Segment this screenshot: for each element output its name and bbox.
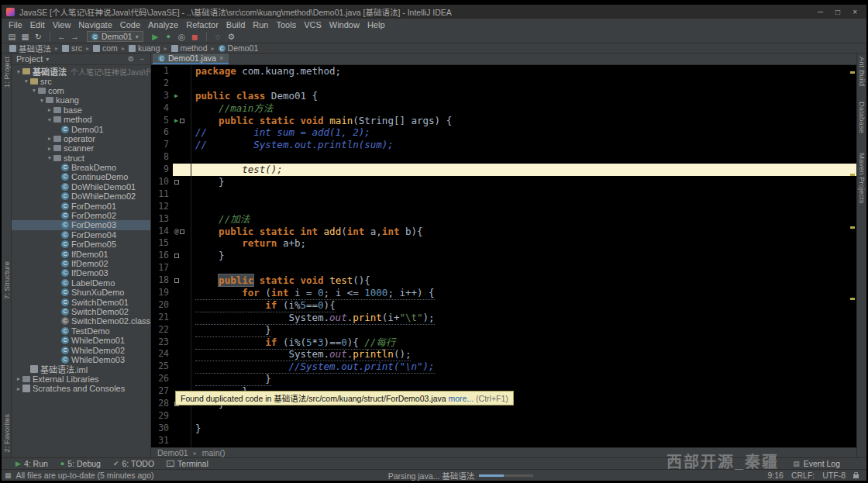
chevron-right-icon[interactable]: ▸ <box>15 375 22 382</box>
code-line-16[interactable]: 16 } <box>151 250 856 262</box>
code-line-19[interactable]: 19 for (int i = 0; i <= 1000; i++) { <box>151 287 856 299</box>
menu-item-analyze[interactable]: Analyze <box>144 20 182 29</box>
fold-marker-icon[interactable] <box>180 229 184 234</box>
forward-icon[interactable]: → <box>69 31 81 43</box>
error-stripe-mark[interactable] <box>850 71 855 74</box>
open-project-icon[interactable]: ▤ <box>6 31 18 43</box>
code-line-9[interactable]: 9 test(); <box>151 164 856 176</box>
tool-stripe-button-mavenprojects[interactable]: Maven Projects <box>858 153 866 203</box>
toolwindow-button-debug[interactable]: ●5: Debug <box>60 459 101 468</box>
tree-item-External Libraries[interactable]: ▸External Libraries <box>12 374 150 384</box>
sync-icon[interactable]: ↻ <box>33 31 44 43</box>
tree-item-kuang[interactable]: ▾kuang <box>12 95 150 105</box>
breadcrumb-item-method[interactable]: method <box>171 43 208 53</box>
fold-marker-icon[interactable] <box>174 254 179 258</box>
chevron-right-icon[interactable]: ▸ <box>15 385 22 392</box>
tree-item-src[interactable]: ▾src <box>12 76 150 85</box>
menu-item-refactor[interactable]: Refactor <box>182 20 222 29</box>
project-panel-title[interactable]: Project <box>16 54 43 64</box>
code-line-25[interactable]: 25 //System.out.print("\n"); <box>151 361 856 373</box>
code-line-29[interactable]: 29 <box>151 410 856 423</box>
menu-item-view[interactable]: View <box>49 20 75 29</box>
code-line-15[interactable]: 15 return a+b; <box>151 237 856 250</box>
back-icon[interactable]: ← <box>56 31 67 43</box>
menu-item-vcs[interactable]: VCS <box>300 20 326 29</box>
menu-item-navigate[interactable]: Navigate <box>74 20 115 29</box>
chevron-down-icon[interactable]: ▾ <box>46 154 53 161</box>
chevron-right-icon[interactable]: ▸ <box>46 145 53 152</box>
run-configuration-select[interactable]: C Demo01 ▾ <box>87 31 143 42</box>
event-log-button[interactable]: ▤ Event Log <box>793 459 866 468</box>
code-line-21[interactable]: 21 System.out.print(i+"\t"); <box>151 312 856 324</box>
tree-item-IfDemo03[interactable]: CIfDemo03 <box>12 268 150 278</box>
menu-item-build[interactable]: Build <box>222 20 249 29</box>
lock-icon[interactable] <box>853 474 859 478</box>
tab-demo01-java[interactable]: C Demo01.java × <box>153 53 229 64</box>
code-line-14[interactable]: 14@ public static int add(int a,int b){ <box>151 226 856 238</box>
code-line-2[interactable]: 2 <box>151 78 856 90</box>
settings-icon[interactable]: ⚙ <box>226 31 237 43</box>
chevron-down-icon[interactable]: ▾ <box>30 87 38 94</box>
menu-item-edit[interactable]: Edit <box>26 20 49 29</box>
code-line-24[interactable]: 24 System.out.println(); <box>151 348 856 361</box>
tree-item-WhileDemo02[interactable]: CWhileDemo02 <box>12 345 150 354</box>
encoding-indicator[interactable]: UTF-8 <box>822 471 846 480</box>
tree-item-TestDemo[interactable]: CTestDemo <box>12 326 150 336</box>
error-stripe-mark[interactable] <box>850 226 855 229</box>
breadcrumb-item-基础语法[interactable]: 基础语法 <box>9 43 51 54</box>
tree-item-ShunXuDemo[interactable]: CShunXuDemo <box>12 288 150 297</box>
code-line-18[interactable]: 18 public static void test(){ <box>151 274 856 287</box>
close-button[interactable]: × <box>852 8 857 16</box>
tool-stripe-button-favorites[interactable]: 2: Favorites <box>2 414 11 453</box>
breadcrumb-item-Demo01[interactable]: CDemo01 <box>219 43 259 53</box>
fold-marker-icon[interactable] <box>180 119 184 123</box>
tree-item-基础语法[interactable]: ▾基础语法个人笔记\狂神说Java\代码\JavaSE <box>12 67 150 76</box>
stop-button[interactable]: ◼ <box>189 31 201 43</box>
code-line-17[interactable]: 17 <box>151 262 856 274</box>
coverage-button[interactable]: ◎ <box>176 31 188 43</box>
minimize-button[interactable]: ─ <box>818 8 823 16</box>
line-separator-indicator[interactable]: CRLF: <box>791 471 815 480</box>
chevron-down-icon[interactable]: ▾ <box>38 97 46 104</box>
maximize-button[interactable]: □ <box>835 8 840 16</box>
tree-item-WhileDemo01[interactable]: CWhileDemo01 <box>12 336 150 345</box>
chevron-down-icon[interactable]: ▾ <box>46 56 49 63</box>
code-line-1[interactable]: 1package com.kuang.method; <box>151 65 856 78</box>
tree-item-ForDemo01[interactable]: CForDemo01 <box>12 201 150 210</box>
breadcrumb-item-src[interactable]: src <box>62 43 82 53</box>
tree-item-DoWhileDemo01[interactable]: CDoWhileDemo01 <box>12 182 150 191</box>
tree-item-基础语法.iml[interactable]: 基础语法.iml <box>12 364 150 374</box>
tree-item-method[interactable]: ▾method <box>12 115 150 124</box>
code-line-11[interactable]: 11 <box>151 188 856 201</box>
error-stripe-mark[interactable] <box>850 298 855 300</box>
chevron-down-icon[interactable]: ▾ <box>15 68 22 75</box>
code-line-4[interactable]: 4 //main方法 <box>151 102 856 115</box>
tool-stripe-button-antbuild[interactable]: Ant Build <box>858 57 866 86</box>
tree-item-DoWhileDemo02[interactable]: CDoWhileDemo02 <box>12 191 150 201</box>
tree-item-ForDemo02[interactable]: CForDemo02 <box>12 211 150 220</box>
run-gutter-icon[interactable]: ▶ <box>174 90 178 102</box>
code-line-20[interactable]: 20 if (i%5==0){ <box>151 299 856 312</box>
code-line-3[interactable]: 3▶public class Demo01 { <box>151 90 856 102</box>
code-line-22[interactable]: 22 } <box>151 324 856 336</box>
toolwindow-button-terminal[interactable]: >_Terminal <box>167 459 208 468</box>
toolwindow-toggle-icon[interactable]: ▦ <box>5 471 12 479</box>
code-line-7[interactable]: 7// System.out.println(sum); <box>151 139 856 151</box>
tree-item-operator[interactable]: ▸operator <box>12 134 150 143</box>
editor-breadcrumb-main[interactable]: main() <box>202 448 226 457</box>
fold-marker-icon[interactable] <box>174 180 179 185</box>
tree-item-LabelDemo[interactable]: CLabelDemo <box>12 278 150 288</box>
code-line-12[interactable]: 12 <box>151 201 856 213</box>
tree-item-base[interactable]: ▸base <box>12 105 150 115</box>
tree-item-ContinueDemo[interactable]: CContinueDemo <box>12 172 150 181</box>
tree-item-ForDemo04[interactable]: CForDemo04 <box>12 230 150 240</box>
save-all-icon[interactable]: ▦ <box>19 31 31 43</box>
tree-item-Demo01[interactable]: CDemo01 <box>12 124 150 133</box>
menu-item-file[interactable]: File <box>5 20 26 29</box>
tree-item-IfDemo02[interactable]: CIfDemo02 <box>12 259 150 268</box>
code-line-26[interactable]: 26 } <box>151 373 856 385</box>
code-line-6[interactable]: 6// int sum = add(1, 2); <box>151 126 856 139</box>
tool-stripe-button-database[interactable]: Database <box>858 102 866 133</box>
tree-item-ForDemo05[interactable]: CForDemo05 <box>12 240 150 249</box>
code-line-31[interactable]: 31 <box>151 435 856 447</box>
